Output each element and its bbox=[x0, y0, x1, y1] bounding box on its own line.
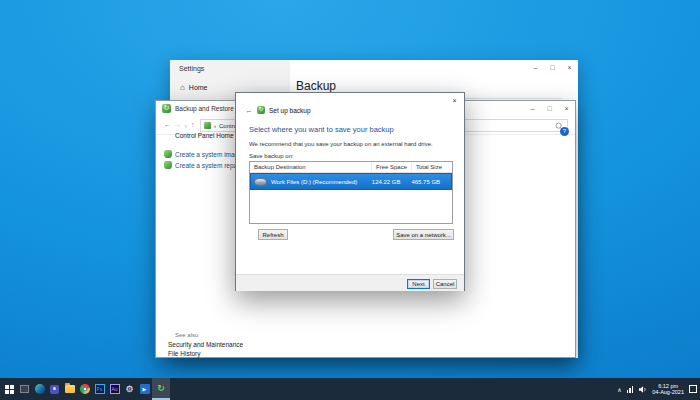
taskbar-item-audition[interactable]: Au bbox=[107, 378, 122, 400]
next-button[interactable]: Next bbox=[407, 279, 430, 289]
table-header: Backup Destination Free Space Total Size bbox=[250, 162, 452, 173]
close-button[interactable]: × bbox=[561, 60, 578, 74]
home-label: Home bbox=[189, 84, 208, 91]
hidden-icons-chevron[interactable]: ∧ bbox=[617, 386, 621, 393]
taskbar-item-teams[interactable] bbox=[47, 378, 62, 400]
speaker-icon[interactable] bbox=[638, 385, 647, 394]
close-icon[interactable]: × bbox=[447, 95, 462, 105]
start-button[interactable] bbox=[2, 378, 17, 400]
refresh-button[interactable]: Refresh bbox=[258, 229, 288, 240]
taskbar-clock[interactable]: 6:12 pm 04-Aug-2021 bbox=[652, 383, 684, 396]
windows-logo-icon bbox=[5, 385, 14, 394]
back-arrow-icon[interactable]: ← bbox=[245, 106, 253, 115]
settings-page-title: Backup bbox=[296, 79, 336, 93]
backup-destination-table: Backup Destination Free Space Total Size… bbox=[249, 161, 453, 224]
security-maintenance-link[interactable]: Security and Maintenance bbox=[168, 341, 243, 348]
column-total-size[interactable]: Total Size bbox=[412, 162, 452, 172]
gear-icon: ⚙ bbox=[125, 384, 133, 394]
history-dropdown-icon[interactable]: ∨ bbox=[184, 123, 188, 129]
edge-icon bbox=[35, 384, 45, 394]
home-icon: ⌂ bbox=[180, 83, 185, 92]
breadcrumb-separator: › bbox=[214, 123, 216, 129]
cancel-button[interactable]: Cancel bbox=[433, 279, 457, 289]
audition-icon: Au bbox=[110, 384, 120, 394]
system-tray: ∧ 6:12 pm 04-Aug-2021 bbox=[617, 378, 697, 400]
drive-free-space: 124.22 GB bbox=[372, 179, 412, 185]
save-on-network-button[interactable]: Save on a network... bbox=[393, 229, 454, 240]
backup-app-icon bbox=[162, 104, 171, 113]
search-input[interactable] bbox=[450, 119, 568, 132]
taskbar-item-file-explorer[interactable] bbox=[62, 378, 77, 400]
settings-window-title: Settings bbox=[179, 65, 204, 72]
task-view-icon bbox=[20, 385, 29, 393]
taskbar-item-photoshop[interactable]: Ps bbox=[92, 378, 107, 400]
dialog-description: We recommend that you save your backup o… bbox=[249, 141, 433, 147]
control-panel-icon bbox=[204, 122, 211, 129]
taskbar-item-edge[interactable] bbox=[32, 378, 47, 400]
column-backup-destination[interactable]: Backup Destination bbox=[250, 162, 372, 172]
repair-disc-icon bbox=[164, 161, 172, 169]
dialog-heading: Select where you want to save your backu… bbox=[249, 125, 394, 134]
table-row[interactable]: Work Files (D:) (Recommended) 124.22 GB … bbox=[250, 173, 452, 190]
photoshop-icon: Ps bbox=[95, 384, 105, 394]
up-button[interactable]: ↑ bbox=[191, 121, 195, 128]
network-icon[interactable] bbox=[627, 386, 634, 393]
desktop: Settings – □ × ⌂ Home Backup Backup and … bbox=[0, 0, 700, 400]
maximize-button[interactable]: □ bbox=[544, 60, 561, 74]
drive-name: Work Files (D:) (Recommended) bbox=[271, 179, 357, 185]
chrome-icon bbox=[80, 384, 90, 394]
minimize-button[interactable]: – bbox=[527, 60, 544, 74]
taskbar-item-chrome[interactable] bbox=[77, 378, 92, 400]
save-backup-on-label: Save backup on: bbox=[249, 153, 294, 159]
create-system-image-link[interactable]: Create a system image bbox=[164, 150, 242, 158]
control-panel-home-link[interactable]: Control Panel Home bbox=[175, 132, 234, 139]
taskbar: Ps Au ⚙ ▶ ↻ ∧ 6:12 bbox=[0, 378, 700, 400]
settings-window-controls: – □ × bbox=[527, 60, 578, 74]
disk-drive-icon bbox=[254, 178, 267, 186]
file-explorer-icon bbox=[65, 385, 75, 393]
backup-window-controls: – □ × bbox=[524, 101, 575, 115]
column-free-space[interactable]: Free Space bbox=[372, 162, 412, 172]
back-button[interactable]: ← bbox=[164, 121, 171, 128]
backup-restore-icon: ↻ bbox=[157, 383, 165, 393]
setup-backup-icon bbox=[257, 106, 265, 114]
drive-total-size: 465.75 GB bbox=[411, 179, 451, 185]
system-image-icon bbox=[164, 150, 172, 158]
maximize-button[interactable]: □ bbox=[541, 101, 558, 115]
taskbar-item-movies-tv[interactable]: ▶ bbox=[137, 378, 152, 400]
action-center-icon[interactable] bbox=[689, 385, 697, 393]
movies-tv-icon: ▶ bbox=[140, 384, 150, 394]
task-view-button[interactable] bbox=[17, 378, 32, 400]
close-button[interactable]: × bbox=[558, 101, 575, 115]
dialog-title: Set up backup bbox=[269, 107, 311, 114]
sidebar-item-home[interactable]: ⌂ Home bbox=[180, 83, 208, 92]
teams-icon bbox=[50, 385, 59, 394]
link-label: Create a system image bbox=[175, 151, 242, 158]
help-icon[interactable]: ? bbox=[560, 127, 569, 136]
file-history-link[interactable]: File History bbox=[168, 350, 201, 357]
see-also-header: See also bbox=[175, 332, 198, 338]
taskbar-item-backup-restore-active[interactable]: ↻ bbox=[152, 378, 170, 400]
taskbar-item-settings[interactable]: ⚙ bbox=[122, 378, 137, 400]
forward-button[interactable]: → bbox=[174, 121, 181, 128]
setup-backup-dialog: × ← Set up backup Select where you want … bbox=[235, 92, 465, 291]
minimize-button[interactable]: – bbox=[524, 101, 541, 115]
taskbar-apps: Ps Au ⚙ ▶ ↻ bbox=[2, 378, 170, 400]
clock-date: 04-Aug-2021 bbox=[652, 389, 684, 396]
